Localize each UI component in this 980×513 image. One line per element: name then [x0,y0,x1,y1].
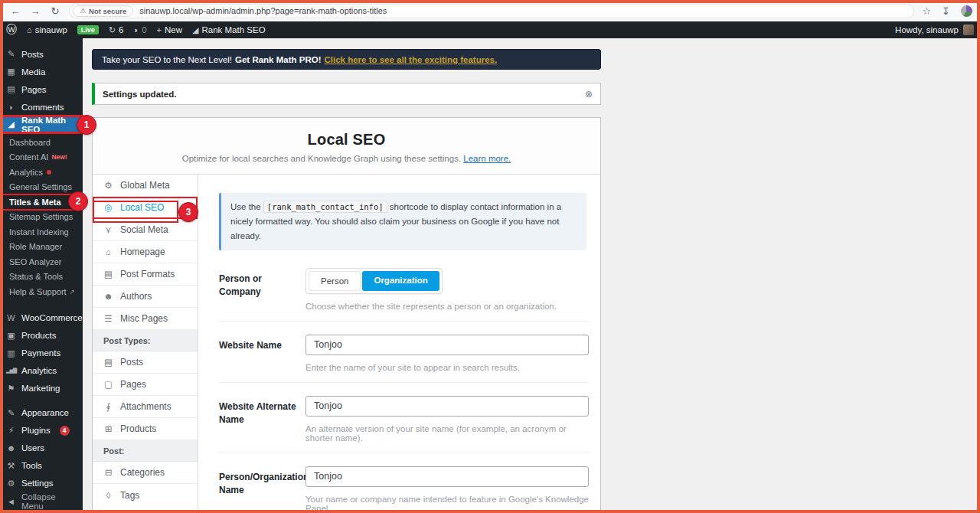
rank-math-settings-card: Local SEO Optimize for local searches an… [92,117,601,513]
website-alternate-name-input[interactable] [305,396,589,417]
sidebar-item-plugins[interactable]: ⚡Plugins4 [0,422,83,439]
browser-profile-avatar[interactable] [961,5,972,17]
home-icon: ⌂ [103,247,113,256]
people-icon: ☻ [103,292,113,301]
document-icon: ▤ [103,269,113,279]
tab-categories[interactable]: ⊟Categories [93,462,198,484]
updates-icon: ↻ [109,25,116,35]
collapse-menu-button[interactable]: ◄Collapse Menu [0,492,83,510]
sidebar-item-products[interactable]: ▣Products [0,327,83,345]
live-badge: Live [77,25,99,34]
sidebar-item-tools[interactable]: ⚒Tools [0,457,83,475]
bookmark-star-icon[interactable]: ☆ [922,5,931,17]
sidebar-item-woocommerce[interactable]: WWooCommerce [0,309,83,327]
sidebar-sub-dashboard[interactable]: Dashboard [0,135,83,150]
wp-admin-bar: Ⓦ ⌂sinauwp Live ↻6 ◗0 +New ◢Rank Math SE… [0,21,980,38]
url-text[interactable]: sinauwp.local/wp-admin/admin.php?page=ra… [139,6,387,15]
field-label: Person/Organization Name [219,466,305,513]
marketing-icon: ⚑ [6,384,16,394]
sidebar-sub-status-tools[interactable]: Status & Tools [0,270,83,285]
sidebar-sub-role-manager[interactable]: Role Manager [0,240,83,255]
download-icon[interactable]: ↧ [942,5,950,17]
folder-icon: ⊟ [103,467,113,478]
page-subtitle: Optimize for local searches and Knowledg… [182,154,461,163]
tab-global-meta[interactable]: ⚙Global Meta [93,175,198,197]
plugins-count-badge: 4 [60,426,70,436]
admin-bar-new[interactable]: +New [157,25,182,34]
tab-tags[interactable]: ◊Tags [93,484,198,506]
tab-attachments[interactable]: ∮Attachments [93,396,198,418]
tab-authors[interactable]: ☻Authors [93,286,198,308]
rank-math-icon: ◢ [6,119,16,129]
tab-post-formats[interactable]: ▤Post Formats [93,263,198,286]
sidebar-item-payments[interactable]: ▥Payments [0,345,83,362]
appearance-icon: ✎ [6,408,16,418]
field-person-organization-name: Person/Organization Name Your name or co… [219,453,589,513]
sidebar-sub-sitemap-settings[interactable]: Sitemap Settings [0,210,83,225]
browser-toolbar: ← → ↻ ⚠Not secure sinauwp.local/wp-admin… [0,0,980,21]
sidebar-item-media[interactable]: ▦Media [0,63,83,80]
field-description: Enter the name of your site to appear in… [305,363,589,372]
sidebar-item-rank-math-seo[interactable]: ◢Rank Math SEO [0,116,83,133]
forward-icon[interactable]: → [29,5,41,17]
learn-more-link[interactable]: Learn more. [463,154,511,163]
sidebar-sub-seo-analyzer[interactable]: SEO Analyzer [0,254,83,270]
howdy-text[interactable]: Howdy, sinauwp [895,25,959,34]
tab-posts[interactable]: ▤Posts [93,351,198,374]
gear-icon: ⚙ [103,180,113,191]
rank-math-icon: ◢ [192,25,198,35]
sidebar-sub-content-ai[interactable]: Content AINew! [0,150,83,165]
sidebar-sub-general-settings[interactable]: General Settings [0,180,83,195]
person-company-toggle: Person Organization [305,268,443,294]
pro-banner-link[interactable]: Click here to see all the exciting featu… [325,55,498,64]
dismiss-notice-icon[interactable]: ⊗ [585,89,593,100]
sidebar-sub-titles-meta[interactable]: Titles & Meta [0,194,83,210]
paperclip-icon: ∮ [103,401,113,412]
comments-icon: ◗ [6,103,16,112]
website-name-input[interactable] [305,335,589,355]
tab-pages[interactable]: ▢Pages [93,374,198,396]
tab-social-meta[interactable]: ⋎Social Meta [93,219,198,241]
admin-bar-rank-math[interactable]: ◢Rank Math SEO [192,25,266,35]
admin-bar-site[interactable]: ⌂sinauwp [27,25,67,34]
sidebar-sub-analytics[interactable]: Analytics [0,165,83,180]
home-icon: ⌂ [27,25,32,34]
tab-misc-pages[interactable]: ☰Misc Pages [93,308,198,330]
person-organization-name-input[interactable] [305,466,589,487]
field-label: Person or Company [219,268,305,311]
reload-icon[interactable]: ↻ [49,5,61,17]
organization-toggle-button[interactable]: Organization [362,271,439,291]
settings-tab-list: ⚙Global Meta ◎Local SEO ⋎Social Meta ⌂Ho… [93,175,198,513]
wordpress-logo-icon[interactable]: Ⓦ [6,23,17,37]
tools-icon: ⚒ [6,461,16,471]
user-avatar[interactable] [963,25,974,35]
sidebar-item-settings[interactable]: ⚙Settings [0,475,83,492]
page-title: Local SEO [100,131,593,149]
tab-local-seo[interactable]: ◎Local SEO [93,197,198,219]
local-seo-form: Use the [rank_math_contact_info] shortco… [198,175,603,513]
shortcode-notice: Use the [rank_math_contact_info] shortco… [219,193,586,250]
address-bar[interactable]: ⚠Not secure sinauwp.local/wp-admin/admin… [69,4,914,18]
sidebar-sub-help-support[interactable]: Help & Support↗ [0,284,83,299]
person-toggle-button[interactable]: Person [309,271,361,291]
tab-products[interactable]: ⊞Products [93,418,198,440]
payments-icon: ▥ [6,348,16,358]
sidebar-item-analytics[interactable]: ▂▅▇Analytics [0,362,83,380]
list-circle-icon: ☰ [103,313,113,324]
admin-bar-updates[interactable]: ↻6 [109,25,124,35]
card-header: Local SEO Optimize for local searches an… [93,118,600,175]
rank-math-pro-banner: Take your SEO to the Next Level! Get Ran… [92,49,601,70]
not-secure-badge[interactable]: ⚠Not secure [73,5,133,17]
tab-homepage[interactable]: ⌂Homepage [93,241,198,263]
admin-bar-comments[interactable]: ◗0 [134,25,147,34]
sidebar-item-marketing[interactable]: ⚑Marketing [0,380,83,397]
sidebar-item-comments[interactable]: ◗Comments [0,98,83,116]
sidebar-item-appearance[interactable]: ✎Appearance [0,404,83,422]
sidebar-item-posts[interactable]: ✎Posts [0,45,83,63]
sidebar-item-pages[interactable]: ▤Pages [0,80,83,98]
map-pin-icon: ◎ [103,202,113,213]
sidebar-sub-instant-indexing[interactable]: Instant Indexing [0,224,83,240]
posts-icon: ✎ [6,49,16,59]
back-icon[interactable]: ← [9,5,21,17]
sidebar-item-users[interactable]: ☻Users [0,439,83,457]
